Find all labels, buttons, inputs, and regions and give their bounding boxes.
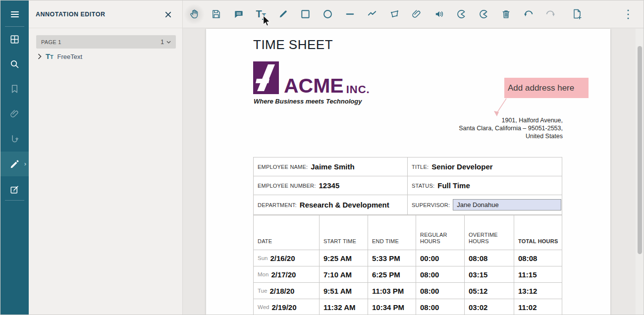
field-value: Jaime Smith bbox=[311, 162, 354, 171]
time-value: 03:02 bbox=[469, 303, 487, 312]
sidebar-item-bookmarks[interactable] bbox=[0, 80, 29, 98]
field-value: Full Time bbox=[437, 181, 470, 190]
time-value: 08:08 bbox=[469, 254, 487, 262]
pacman-eye-icon bbox=[478, 8, 489, 20]
audio-tool-button[interactable] bbox=[428, 0, 450, 28]
day-label: Tue bbox=[258, 288, 267, 294]
annotation-editor-app: › ANNOTATION EDITOR PAGE 1 1 TT FreeText bbox=[0, 0, 644, 315]
day-label: Wed bbox=[258, 304, 269, 310]
date-cell: Wed2/19/20 bbox=[254, 299, 320, 315]
pacman-stamp-button[interactable] bbox=[450, 0, 473, 28]
line-tool-button[interactable] bbox=[339, 0, 361, 28]
table-header-row: DATESTART TIMEEND TIMEREGULAR HOURSOVERT… bbox=[254, 215, 562, 250]
redo-icon bbox=[545, 8, 556, 20]
column-header: DATE bbox=[254, 215, 320, 250]
scrollbar-thumb[interactable] bbox=[638, 46, 642, 254]
page-group-header[interactable]: PAGE 1 1 bbox=[36, 35, 176, 49]
field-label: EMPLOYEE NAME: bbox=[258, 164, 308, 170]
bookmark-icon bbox=[9, 83, 20, 95]
sidebar-item-search[interactable] bbox=[0, 55, 29, 73]
table-row: Tue2/18/209:51 AM11:03 PM08:0005:1213:12 bbox=[254, 283, 562, 299]
polyline-tool-button[interactable] bbox=[361, 0, 383, 28]
undo-button[interactable] bbox=[517, 0, 539, 28]
time-cell: 00:00 bbox=[416, 250, 465, 266]
employee-cell: DEPARTMENT:Research & Development bbox=[254, 195, 408, 214]
page-label: PAGE 1 bbox=[41, 39, 61, 45]
rectangle-icon bbox=[300, 8, 311, 20]
time-value: 9:25 AM bbox=[323, 254, 352, 262]
thumbnails-icon bbox=[9, 34, 20, 45]
search-icon bbox=[9, 58, 20, 70]
address-line: Santa Clara, California – 95051-2553, bbox=[404, 124, 563, 132]
time-cell: 10:34 PM bbox=[368, 299, 416, 315]
overflow-menu-button[interactable] bbox=[621, 0, 636, 28]
employee-cell: EMPLOYEE NUMBER:12345 bbox=[254, 176, 408, 195]
comment-tool-button[interactable] bbox=[227, 0, 250, 28]
document-title: TIME SHEET bbox=[253, 37, 333, 52]
polygon-icon bbox=[389, 8, 400, 20]
annotation-tree-item[interactable]: TT FreeText bbox=[38, 52, 82, 61]
time-cell: 05:12 bbox=[465, 283, 514, 299]
logo-tagline: Where Business meets Technology bbox=[254, 98, 362, 105]
time-cell: 08:08 bbox=[465, 250, 514, 266]
audio-icon bbox=[433, 8, 445, 20]
sidebar-item-attachments[interactable] bbox=[0, 105, 29, 123]
circle-tool-button[interactable] bbox=[317, 0, 339, 28]
circle-icon bbox=[322, 8, 333, 20]
time-value: 03:15 bbox=[469, 270, 487, 279]
employee-table: EMPLOYEE NAME:Jaime SmithTITLE:Senior De… bbox=[253, 157, 562, 215]
rectangle-tool-button[interactable] bbox=[294, 0, 317, 28]
pdf-page: TIME SHEET ACME INC. Where Business meet… bbox=[206, 29, 610, 315]
pencil-icon bbox=[9, 158, 20, 170]
annotation-toolbar: TT bbox=[183, 0, 644, 28]
vertical-scrollbar[interactable] bbox=[636, 29, 644, 315]
sidebar-divider bbox=[5, 200, 24, 201]
free-text-annotation[interactable]: Add address here bbox=[504, 78, 589, 98]
compose-icon bbox=[9, 184, 20, 195]
close-icon[interactable] bbox=[163, 10, 172, 19]
menu-icon[interactable] bbox=[0, 5, 29, 23]
ink-pen-tool-button[interactable] bbox=[272, 0, 294, 28]
polygon-tool-button[interactable] bbox=[383, 0, 406, 28]
overflow-menu-icon bbox=[627, 9, 630, 20]
pacman-eye-stamp-button[interactable] bbox=[473, 0, 495, 28]
column-header: TOTAL HOURS bbox=[514, 215, 562, 250]
supervisor-field[interactable]: Jane Donahue bbox=[453, 199, 561, 210]
sidebar: › bbox=[0, 0, 29, 315]
time-value: 13:12 bbox=[518, 287, 537, 295]
time-cell: 08:00 bbox=[416, 266, 465, 282]
field-value: 12345 bbox=[319, 181, 340, 190]
sidebar-item-thumbnails[interactable] bbox=[0, 30, 29, 48]
free-text-icon: TT bbox=[256, 9, 266, 20]
sidebar-item-annotation-editor[interactable]: › bbox=[0, 152, 29, 176]
save-button[interactable] bbox=[205, 0, 227, 28]
time-value: 08:00 bbox=[420, 287, 439, 295]
date-value: 2/17/20 bbox=[271, 270, 296, 279]
pan-tool-button[interactable] bbox=[183, 0, 205, 28]
sidebar-item-organize[interactable] bbox=[0, 130, 29, 148]
time-cell: 03:02 bbox=[465, 299, 514, 315]
undo-icon bbox=[523, 8, 534, 20]
time-cell: 9:51 AM bbox=[320, 283, 368, 299]
add-page-button[interactable] bbox=[566, 0, 588, 28]
company-logo: ACME INC. bbox=[253, 61, 370, 94]
attachment-tool-button[interactable] bbox=[406, 0, 428, 28]
redo-button[interactable] bbox=[539, 0, 562, 28]
free-text-tool-button[interactable]: TT bbox=[250, 0, 272, 28]
table-row: DEPARTMENT:Research & DevelopmentSUPERVI… bbox=[254, 195, 562, 214]
save-icon bbox=[211, 8, 222, 20]
delete-button[interactable] bbox=[495, 0, 517, 28]
address-block: 1901, Halford Avenue, Santa Clara, Calif… bbox=[404, 116, 563, 140]
annotation-type-label: FreeText bbox=[57, 53, 83, 60]
sidebar-item-form-designer[interactable] bbox=[0, 180, 29, 198]
pan-hand-icon bbox=[188, 8, 200, 20]
day-label: Mon bbox=[258, 271, 268, 277]
time-cell: 11:15 bbox=[514, 266, 562, 282]
time-cell: 11:32 AM bbox=[320, 299, 368, 315]
attachment-icon bbox=[9, 108, 20, 119]
field-label: STATUS: bbox=[412, 183, 434, 189]
date-cell: Tue2/18/20 bbox=[254, 283, 320, 299]
time-value: 11:32 AM bbox=[323, 303, 355, 312]
table-row: Mon2/17/207:10 AM6:25 PM08:0003:1511:15 bbox=[254, 266, 562, 283]
time-value: 9:51 AM bbox=[323, 287, 352, 295]
